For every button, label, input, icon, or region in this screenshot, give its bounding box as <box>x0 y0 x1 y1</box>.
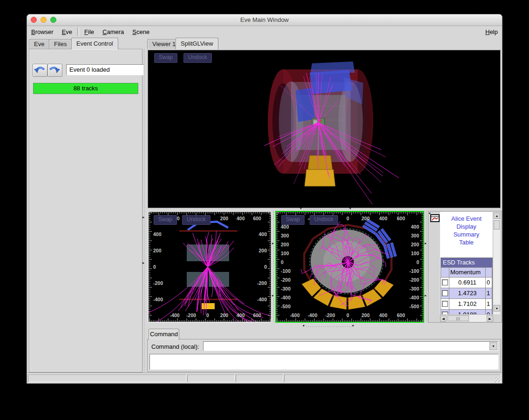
esd-track-row[interactable]: 1.01880 <box>441 309 492 314</box>
track-select-checkbox[interactable] <box>442 301 448 307</box>
scroll-up-arrow[interactable]: ▲ <box>494 212 500 219</box>
tab-eve[interactable]: Eve <box>29 39 49 49</box>
status-cell <box>236 374 283 382</box>
svg-text:400: 400 <box>411 224 419 230</box>
menu-browser[interactable]: Browser <box>27 27 58 36</box>
splitter-arrow[interactable]: ▸ <box>142 261 144 265</box>
gl-viewer-side-projection[interactable]: -400-2000200400600-400-20002004006004002… <box>148 211 272 323</box>
command-combobox: ▼ <box>203 341 498 351</box>
detector-3d-scene <box>148 50 500 208</box>
svg-text:-400: -400 <box>153 297 163 302</box>
momentum-value[interactable]: 0.6911 <box>449 278 486 288</box>
event-status-field[interactable]: Event 0 loaded <box>66 64 144 75</box>
horizontal-splitter-top[interactable]: ▾ ▾ <box>146 208 502 211</box>
svg-text:400: 400 <box>237 216 245 221</box>
summary-vertical-scrollbar[interactable]: ▲ ▼ <box>493 212 500 314</box>
extra-column-value[interactable]: 0 <box>486 310 492 314</box>
splitter-arrow[interactable]: ▸ <box>272 294 274 298</box>
momentum-value[interactable]: 1.0188 <box>449 310 486 314</box>
esd-track-row[interactable]: 1.47231 <box>441 288 492 298</box>
scroll-right-arrow[interactable]: ▶ <box>487 315 493 322</box>
summary-horizontal-scrollbar[interactable]: ◀ ||| ▶ <box>440 314 493 322</box>
dock-strip: ◂ <box>428 211 441 322</box>
svg-text:600: 600 <box>397 216 405 221</box>
momentum-value[interactable]: 1.7102 <box>449 299 486 309</box>
splitter-arrow[interactable]: ▸ <box>425 242 427 245</box>
splitter-arrow[interactable]: ▾ <box>300 206 302 210</box>
splitter-arrow[interactable]: ▸ <box>272 242 274 245</box>
momentum-value[interactable]: 1.4723 <box>449 288 486 298</box>
extra-column-header <box>486 268 492 277</box>
track-select-checkbox[interactable] <box>442 290 448 296</box>
tab-files[interactable]: Files <box>49 39 72 49</box>
esd-checkbox-cell <box>441 278 449 288</box>
undo-arrow-icon <box>33 64 46 75</box>
previous-event-button[interactable] <box>33 64 47 77</box>
projection-row: -400-2000200400600-400-20002004006004002… <box>146 211 502 323</box>
root-canvas-icon[interactable] <box>430 214 440 222</box>
horizontal-scroll-thumb[interactable]: ||| <box>448 315 469 321</box>
main-vertical-splitter[interactable]: ▸ ▸ <box>143 49 146 373</box>
next-event-button[interactable] <box>47 64 62 77</box>
menu-scene[interactable]: Scene <box>128 27 154 36</box>
title-bar[interactable]: Eve Main Window <box>27 14 502 26</box>
swap-button[interactable]: Swap <box>281 215 305 225</box>
viewer-tabrow: Viewer 1 SplitGLView <box>146 37 379 49</box>
tab-splitglview[interactable]: SplitGLView <box>176 38 218 49</box>
esd-checkbox-cell <box>441 299 449 309</box>
svg-text:300: 300 <box>411 233 419 238</box>
svg-text:0: 0 <box>416 259 419 265</box>
undock-button[interactable]: Undock <box>183 53 212 63</box>
vertical-scroll-thumb[interactable] <box>494 220 500 230</box>
gl-viewer-front-projection[interactable]: -600-400-2000200400600-600-400-200020040… <box>275 211 424 323</box>
command-prompt-label: Command (local): <box>151 343 199 350</box>
swap-button[interactable]: Swap <box>154 53 177 63</box>
esd-tracks-table: ESD Tracks Momentum 0.691101.472311.7102… <box>441 257 493 314</box>
splitter-arrow[interactable]: ▸ <box>142 216 144 219</box>
gl-viewer-3d[interactable]: Swap Undock <box>148 50 501 208</box>
svg-text:200: 200 <box>258 248 267 253</box>
svg-text:0: 0 <box>206 312 209 318</box>
splitter-arrow[interactable]: ▾ <box>352 324 354 328</box>
tab-event-control[interactable]: Event Control <box>71 38 118 49</box>
splitter-arrow[interactable]: ▾ <box>349 206 351 210</box>
menu-file[interactable]: File <box>80 27 98 36</box>
summary-canvas[interactable]: Alice Event Display Summary Table ESD Tr… <box>440 212 493 314</box>
resize-grip[interactable] <box>495 377 501 382</box>
menu-camera[interactable]: Camera <box>98 27 128 36</box>
splitter-arrow[interactable]: ▾ <box>303 324 305 328</box>
svg-text:-400: -400 <box>257 297 267 302</box>
esd-track-row[interactable]: 0.69110 <box>441 277 492 288</box>
scroll-left-arrow[interactable]: ◀ <box>440 315 447 322</box>
extra-column-value[interactable]: 1 <box>486 299 492 309</box>
svg-text:-400: -400 <box>170 312 180 318</box>
svg-text:0: 0 <box>153 264 156 270</box>
swap-button[interactable]: Swap <box>154 215 177 225</box>
menu-eve[interactable]: Eve <box>58 27 76 36</box>
scroll-down-arrow[interactable]: ▼ <box>494 305 500 312</box>
command-output-area[interactable] <box>149 354 499 370</box>
svg-text:600: 600 <box>253 312 261 318</box>
splitter-arrow[interactable]: ▸ <box>425 294 427 298</box>
menu-help[interactable]: Help <box>481 27 502 36</box>
svg-text:200: 200 <box>281 242 289 247</box>
track-select-checkbox[interactable] <box>442 279 448 285</box>
svg-text:600: 600 <box>397 312 405 318</box>
extra-column-value[interactable]: 1 <box>486 288 492 298</box>
esd-checkbox-cell <box>441 310 449 314</box>
tab-command[interactable]: Command <box>149 329 179 340</box>
undock-button[interactable]: Undock <box>310 215 338 225</box>
svg-text:200: 200 <box>153 248 162 253</box>
svg-text:-200: -200 <box>281 277 291 283</box>
command-input[interactable] <box>204 342 488 351</box>
undock-button[interactable]: Undock <box>182 215 210 225</box>
splitglview-panel: Swap Undock ▾ ▾ -400-2000200400600-400-2… <box>146 49 502 373</box>
svg-text:0: 0 <box>281 259 284 265</box>
command-dropdown-button[interactable]: ▼ <box>489 342 497 350</box>
window-title: Eve Main Window <box>27 16 502 23</box>
esd-track-row[interactable]: 1.71021 <box>441 298 492 309</box>
extra-column-value[interactable]: 0 <box>486 278 492 288</box>
svg-text:-200: -200 <box>325 312 335 318</box>
horizontal-splitter-bottom[interactable]: ▾ ▾ <box>146 325 502 328</box>
svg-text:200: 200 <box>361 216 370 221</box>
